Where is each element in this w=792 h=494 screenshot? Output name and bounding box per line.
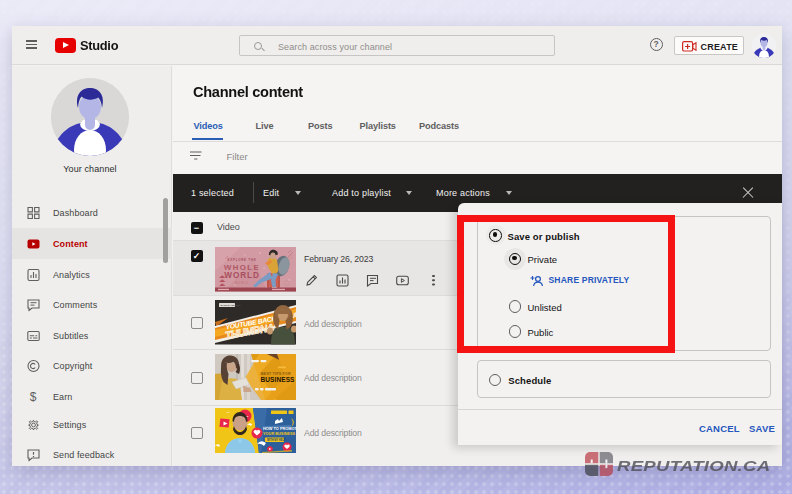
svg-text:WORLD: WORLD	[235, 281, 249, 285]
svg-text:BUSINESS: BUSINESS	[261, 376, 296, 383]
svg-text:WORLD: WORLD	[224, 271, 259, 280]
svg-text:WITH MY HELP: WITH MY HELP	[267, 438, 286, 442]
svg-text:MADE BY WELDER: MADE BY WELDER	[221, 304, 242, 306]
svg-text:EXPLORE THE: EXPLORE THE	[228, 258, 257, 262]
svg-text:YOUR BUSINESS: YOUR BUSINESS	[263, 431, 295, 436]
